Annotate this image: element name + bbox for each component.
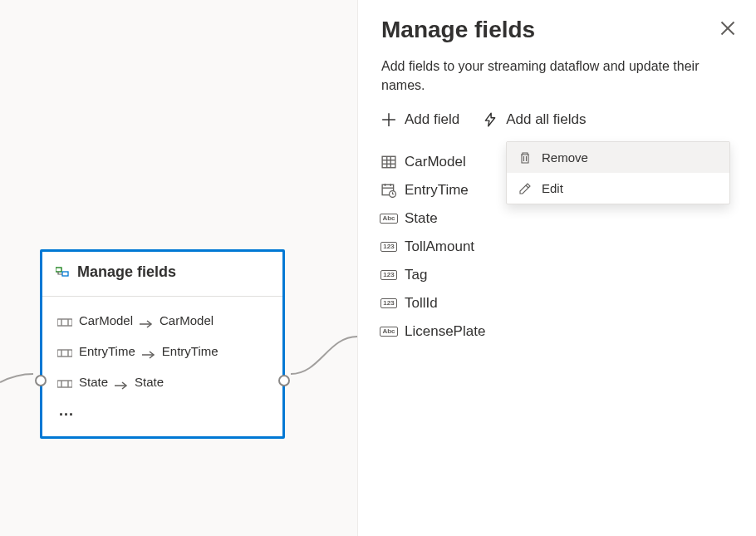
add-all-fields-button[interactable]: Add all fields (483, 111, 586, 128)
add-field-button[interactable]: Add field (381, 111, 459, 128)
trash-icon (518, 151, 532, 165)
field-list: CarModel · · · Remove Edit EntryTime Abc… (381, 148, 733, 346)
field-row[interactable]: 123 TollId (381, 289, 733, 317)
node-mapping-row[interactable]: EntryTime EntryTime (57, 336, 268, 366)
column-icon (57, 347, 72, 357)
mapping-from: State (79, 375, 108, 389)
manage-fields-icon (56, 266, 69, 279)
field-context-menu: Remove Edit (506, 141, 730, 204)
menu-remove-label: Remove (542, 150, 588, 165)
field-name: State (405, 210, 438, 227)
arrow-right-icon (142, 347, 155, 356)
lightning-icon (483, 112, 498, 127)
manage-fields-panel: Manage fields Add fields to your streami… (357, 0, 756, 536)
field-name: EntryTime (405, 182, 469, 199)
field-row[interactable]: Abc LicensePlate (381, 317, 733, 346)
menu-item-edit[interactable]: Edit (507, 173, 729, 204)
close-button[interactable] (719, 20, 736, 37)
arrow-right-icon (115, 378, 128, 386)
input-port[interactable] (35, 375, 47, 386)
svg-rect-0 (56, 268, 61, 272)
diagram-canvas: Manage fields CarModel CarModel EntryTim… (0, 0, 357, 536)
field-row[interactable]: Abc State (381, 204, 733, 233)
text-type-icon: Abc (381, 324, 396, 339)
field-row[interactable]: 123 Tag (381, 261, 733, 289)
field-name: LicensePlate (405, 323, 485, 340)
node-header: Manage fields (42, 252, 282, 297)
menu-edit-label: Edit (542, 181, 563, 195)
field-name: Tag (405, 267, 427, 283)
mapping-from: CarModel (79, 313, 133, 327)
node-mapping-row[interactable]: CarModel CarModel (57, 305, 268, 336)
mapping-from: EntryTime (79, 344, 135, 358)
plus-icon (381, 112, 396, 127)
number-type-icon: 123 (381, 239, 396, 254)
number-type-icon: 123 (381, 268, 396, 283)
mapping-to: EntryTime (162, 344, 218, 358)
node-title: Manage fields (77, 263, 176, 281)
table-type-icon (381, 155, 396, 170)
field-name: TollAmount (405, 238, 474, 255)
svg-rect-6 (57, 350, 72, 357)
column-icon (57, 377, 72, 387)
node-more[interactable]: ... (57, 397, 268, 423)
menu-item-remove[interactable]: Remove (507, 142, 729, 173)
manage-fields-node[interactable]: Manage fields CarModel CarModel EntryTim… (40, 249, 285, 439)
svg-rect-18 (382, 157, 395, 169)
svg-rect-10 (57, 381, 72, 387)
arrow-right-icon (140, 317, 153, 325)
svg-rect-1 (62, 272, 68, 276)
datetime-type-icon (381, 183, 396, 198)
field-name: CarModel (405, 154, 466, 170)
mapping-to: State (135, 375, 164, 389)
add-all-fields-label: Add all fields (506, 111, 586, 128)
add-field-label: Add field (405, 111, 459, 128)
number-type-icon: 123 (381, 296, 396, 311)
panel-description: Add fields to your streaming dataflow an… (381, 57, 733, 95)
node-body: CarModel CarModel EntryTime EntryTime (42, 297, 282, 436)
panel-title: Manage fields (381, 17, 733, 43)
mapping-to: CarModel (160, 313, 214, 327)
panel-actions: Add field Add all fields (381, 111, 733, 128)
field-name: TollId (405, 295, 438, 312)
output-port[interactable] (278, 375, 290, 386)
field-row[interactable]: 123 TollAmount (381, 233, 733, 261)
node-mapping-row[interactable]: State State (57, 366, 268, 397)
column-icon (57, 316, 72, 326)
pencil-icon (518, 182, 532, 195)
svg-rect-2 (57, 319, 72, 326)
text-type-icon: Abc (381, 211, 396, 226)
